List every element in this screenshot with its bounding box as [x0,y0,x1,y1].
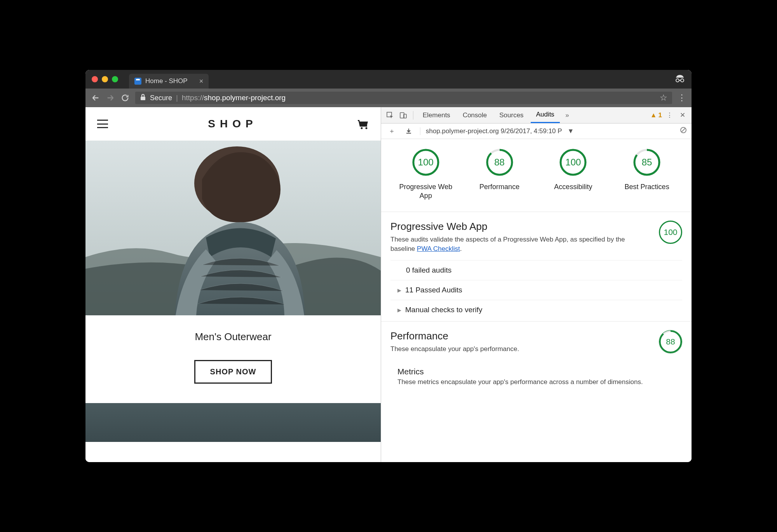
new-audit-icon[interactable]: ＋ [386,127,397,136]
expand-icon: ▶ [397,287,401,293]
svg-point-0 [676,79,679,82]
secondary-hero [85,403,381,442]
minimize-window-button[interactable] [102,76,108,82]
hamburger-icon[interactable] [97,120,108,128]
devtools-close-icon[interactable]: ✕ [677,111,688,119]
pwa-score-ring: 100 [659,221,682,244]
svg-rect-2 [141,97,145,100]
metrics-description: These metrics encapsulate your app's per… [397,378,682,387]
metrics-subsection: Metrics These metrics encapsulate your a… [390,361,682,389]
clear-icon[interactable] [680,127,687,136]
tab-title: Home - SHOP [145,77,188,85]
urlbar: Secure | https://shop.polymer-project.or… [85,89,692,107]
passed-audits-row[interactable]: ▶11 Passed Audits [390,280,682,300]
svg-point-14 [413,150,438,175]
incognito-icon [674,74,685,84]
pwa-title: Progressive Web App [390,221,651,233]
more-tabs-icon[interactable]: » [561,111,573,119]
svg-point-4 [365,127,367,129]
cart-icon[interactable] [357,118,369,129]
url-text: https://shop.polymer-project.org [182,94,286,102]
category-title: Men's Outerwear [85,331,381,343]
performance-title: Performance [390,330,651,342]
forward-icon [106,93,115,103]
svg-line-12 [681,128,685,132]
traffic-lights [92,76,118,82]
page-header: SHOP [85,107,381,141]
gauge-accessibility[interactable]: 100 Accessibility [542,148,604,201]
tab-audits[interactable]: Audits [531,107,560,123]
manual-checks-row[interactable]: ▶Manual checks to verify [390,300,682,320]
pwa-description: These audits validate the aspects of a P… [390,235,651,254]
svg-point-1 [681,79,684,82]
svg-rect-10 [406,133,411,134]
pwa-checklist-link[interactable]: PWA Checklist [417,245,460,252]
shop-logo: SHOP [208,118,257,130]
devtools-menu-icon[interactable]: ⋮ [664,111,675,119]
category-section: Men's Outerwear SHOP NOW [85,315,381,403]
audits-body: 100 Progressive Web App 88 Performance 1… [381,139,692,462]
lock-icon [140,94,146,103]
favicon-icon [134,78,141,85]
reload-icon[interactable] [120,93,130,103]
rendered-page: SHOP [85,107,381,462]
fullscreen-window-button[interactable] [112,76,118,82]
gauge-performance[interactable]: 88 Performance [469,148,531,201]
svg-point-3 [361,127,362,129]
performance-category: Performance These encapsulate your app's… [381,322,692,389]
browser-tab[interactable]: Home - SHOP × [129,74,209,89]
score-gauges: 100 Progressive Web App 88 Performance 1… [381,148,692,212]
tab-sources[interactable]: Sources [494,107,529,123]
device-toggle-icon[interactable] [397,111,409,119]
gauge-best-practices[interactable]: 85 Best Practices [616,148,678,201]
expand-icon: ▶ [397,307,401,313]
audits-toolbar: ＋ shop.polymer-project.org 9/26/2017, 4:… [381,123,692,139]
gauge-progressive-web-app[interactable]: 100 Progressive Web App [395,148,457,201]
close-tab-icon[interactable]: × [199,77,204,85]
pwa-category: Progressive Web App These audits validat… [381,212,692,322]
shop-now-button[interactable]: SHOP NOW [194,360,272,384]
bookmark-icon[interactable]: ☆ [660,93,667,103]
svg-point-22 [660,331,681,353]
titlebar: Home - SHOP × [85,70,692,89]
back-icon[interactable] [91,93,100,103]
close-window-button[interactable] [92,76,98,82]
browser-menu-icon[interactable]: ⋮ [678,93,686,103]
secure-label: Secure [150,94,172,102]
failed-audits-row[interactable]: 0 failed audits [390,260,682,280]
hero-image [85,141,381,315]
metrics-title: Metrics [397,367,682,376]
performance-description: These encapsulate your app's performance… [390,344,651,354]
content-area: SHOP [85,107,692,462]
browser-window: Home - SHOP × Secure | https://shop.poly… [85,70,692,462]
devtools-tabs: Elements Console Sources Audits » ▲ 1 ⋮ … [381,107,692,123]
tab-elements[interactable]: Elements [417,107,456,123]
download-icon[interactable] [403,128,415,134]
svg-point-16 [487,150,512,175]
warning-badge[interactable]: ▲ 1 [650,111,662,119]
tab-console[interactable]: Console [457,107,492,123]
devtools-panel: Elements Console Sources Audits » ▲ 1 ⋮ … [381,107,692,462]
performance-score-ring: 88 [659,330,682,353]
audit-run-label[interactable]: shop.polymer-project.org 9/26/2017, 4:59… [426,127,562,135]
address-bar[interactable]: Secure | https://shop.polymer-project.or… [135,92,672,104]
dropdown-icon[interactable]: ▼ [568,127,574,135]
inspect-icon[interactable] [384,111,396,119]
svg-point-18 [561,150,585,175]
